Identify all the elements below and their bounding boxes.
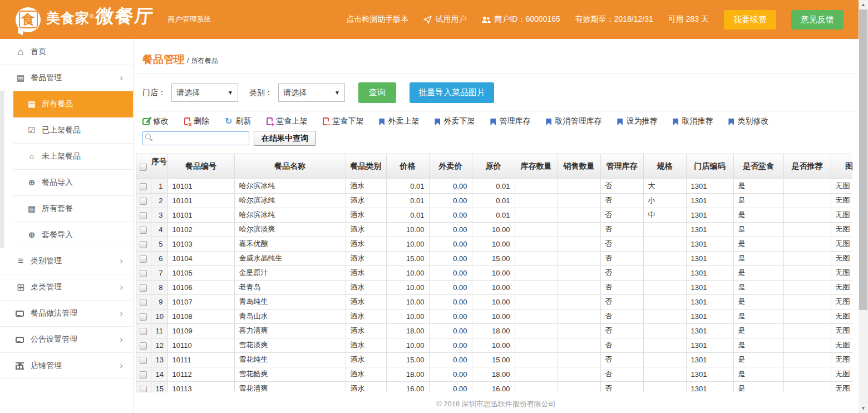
column-header-seq[interactable]: 序号 (151, 154, 167, 179)
table-row[interactable]: 710105金星原汁酒水10.000.0010.00否1301是无图 (136, 266, 852, 280)
sidebar-item-food-mgmt[interactable]: 餐品管理› (0, 65, 133, 91)
table-row[interactable]: 810106老青岛酒水10.000.0010.00否1301是无图 (136, 280, 852, 294)
select-all-checkbox[interactable] (140, 164, 147, 171)
toolbar-action-category-edit[interactable]: 类别修改 (728, 116, 768, 126)
toolbar-action-cancel-recommend[interactable]: 取消推荐 (673, 116, 713, 126)
table-row[interactable]: 1510113雪花清爽酒水16.000.0016.00否1301是无图 (136, 381, 852, 392)
column-header-food-code[interactable]: 餐品编号 (167, 154, 234, 179)
toolbar-action-takeout-on-shelf[interactable]: 外卖上架 (379, 116, 419, 126)
page-scrollbar[interactable]: ▲ ▼ (859, 0, 868, 413)
column-header-stock-qty[interactable]: 库存数量 (515, 154, 558, 179)
cell-image[interactable]: 无图 (831, 208, 852, 222)
column-header-price[interactable]: 价格 (386, 154, 429, 179)
column-header-dine-in[interactable]: 是否堂食 (733, 154, 783, 179)
table-row[interactable]: 110101哈尔滨冰纯酒水0.010.000.01否大1301是无图 (136, 179, 852, 193)
check-assistant-version-link[interactable]: 点击检测助手版本 (346, 14, 408, 24)
scroll-down-arrow[interactable]: ▼ (859, 404, 868, 413)
cell-image[interactable]: 无图 (831, 338, 852, 352)
category-select[interactable]: 请选择 ▼ (278, 83, 345, 102)
cell-image[interactable]: 无图 (831, 222, 852, 237)
row-checkbox[interactable] (140, 255, 147, 263)
column-header-manage-stock[interactable]: 管理库存 (600, 154, 643, 179)
feedback-button[interactable]: 意见反馈 (791, 10, 844, 30)
toolbar-action-cancel-manage-stock[interactable]: 取消管理库存 (546, 116, 601, 126)
sidebar-item-home[interactable]: 首页 (0, 39, 133, 65)
toolbar-action-edit[interactable]: 修改 (142, 116, 169, 126)
row-checkbox[interactable] (140, 357, 147, 364)
store-select[interactable]: 请选择 ▼ (171, 83, 238, 102)
cell-image[interactable]: 无图 (831, 294, 852, 309)
table-row[interactable]: 1410112雪花酷爽酒水18.000.0018.00否1301是无图 (136, 367, 852, 381)
toolbar-action-set-recommend[interactable]: 设为推荐 (617, 116, 657, 126)
row-checkbox[interactable] (140, 198, 147, 205)
column-header-image[interactable]: 图片 (831, 154, 852, 179)
column-header-sales-qty[interactable]: 销售数量 (558, 154, 600, 179)
column-header-food-category[interactable]: 餐品类别 (346, 154, 386, 179)
table-row[interactable]: 410102哈尔滨淡爽酒水10.000.0010.00否1301是无图 (136, 222, 852, 237)
table-row[interactable]: 310101哈尔滨冰纯酒水0.010.000.01否中1301是无图 (136, 208, 852, 222)
cell-image[interactable]: 无图 (831, 309, 852, 323)
table-row[interactable]: 610104金威水晶纯生酒水15.000.0015.00否1301是无图 (136, 251, 852, 266)
scroll-thumb[interactable] (859, 9, 867, 310)
sidebar-item-table-type-mgmt[interactable]: 桌类管理› (0, 274, 133, 301)
table-row[interactable]: 1210110雪花淡爽酒水10.000.0010.00否1301是无图 (136, 338, 852, 352)
column-header-takeout-price[interactable]: 外卖价 (429, 154, 472, 179)
sidebar-item-notice-mgmt[interactable]: 公告设置管理› (0, 327, 133, 353)
row-checkbox[interactable] (140, 227, 147, 234)
sidebar-item-food-import[interactable]: 餐品导入 (13, 170, 133, 196)
cell-image[interactable]: 无图 (831, 381, 852, 392)
table-row[interactable]: 1310111雪花纯生酒水15.000.0015.00否1301是无图 (136, 352, 852, 367)
batch-import-images-button[interactable]: 批量导入菜品图片 (410, 82, 494, 103)
row-checkbox[interactable] (140, 342, 147, 350)
renew-button[interactable]: 我要续费 (724, 10, 776, 30)
column-header-food-name[interactable]: 餐品名称 (234, 154, 346, 179)
cell-image[interactable]: 无图 (831, 179, 852, 193)
table-row[interactable]: 210101哈尔滨冰纯酒水0.010.000.01否小1301是无图 (136, 193, 852, 208)
toolbar-action-refresh[interactable]: 刷新 (225, 116, 251, 126)
cell-image[interactable]: 无图 (831, 193, 852, 208)
result-search-input[interactable] (142, 131, 249, 145)
sidebar-item-on-shelf-foods[interactable]: 已上架餐品 (13, 117, 133, 144)
row-checkbox[interactable] (140, 386, 147, 392)
sidebar-item-all-foods[interactable]: 所有餐品 (13, 91, 133, 117)
cell-image[interactable]: 无图 (831, 251, 852, 266)
sidebar-item-cooking-method-mgmt[interactable]: 餐品做法管理› (0, 301, 133, 327)
column-header-spec[interactable]: 规格 (643, 154, 686, 179)
scroll-up-arrow[interactable]: ▲ (859, 0, 868, 9)
cell-image[interactable]: 无图 (831, 367, 852, 381)
row-checkbox[interactable] (140, 241, 147, 248)
query-button[interactable]: 查询 (358, 82, 396, 103)
cell-image[interactable]: 无图 (831, 266, 852, 280)
toolbar-action-dine-in-on-shelf[interactable]: 堂食上架 (267, 116, 307, 126)
table-row[interactable]: 1010108青岛山水酒水10.000.0010.00否1301是无图 (136, 309, 852, 323)
cell-image[interactable]: 无图 (831, 280, 852, 294)
row-checkbox[interactable] (140, 284, 147, 292)
sidebar-item-all-combos[interactable]: 所有套餐 (13, 196, 133, 222)
search-in-results-button[interactable]: 在结果中查询 (254, 131, 316, 146)
sidebar-item-combo-import[interactable]: 套餐导入 (13, 222, 133, 248)
table-row[interactable]: 1110109喜力清爽酒水18.000.0018.00否1301是无图 (136, 323, 852, 338)
table-row[interactable]: 510103嘉禾优酿酒水10.000.0010.00否1301是无图 (136, 237, 852, 251)
toolbar-action-takeout-off-shelf[interactable]: 外卖下架 (435, 116, 475, 126)
cell-image[interactable]: 无图 (831, 352, 852, 367)
sidebar-item-category-mgmt[interactable]: 类别管理› (0, 248, 133, 274)
table-row[interactable]: 910107青岛纯生酒水10.000.0010.00否1301是无图 (136, 294, 852, 309)
row-checkbox[interactable] (140, 328, 147, 335)
sidebar-item-shop-mgmt[interactable]: 店铺管理› (0, 353, 133, 379)
cell-image[interactable]: 无图 (831, 237, 852, 251)
trial-user-item[interactable]: 试用用户 (423, 14, 466, 24)
row-checkbox[interactable] (140, 371, 147, 378)
row-checkbox[interactable] (140, 313, 147, 321)
column-header-original-price[interactable]: 原价 (472, 154, 515, 179)
toolbar-action-delete[interactable]: 删除 (184, 116, 209, 126)
toolbar-action-dine-in-off-shelf[interactable]: 堂食下架 (323, 116, 363, 126)
column-header-store-code[interactable]: 门店编码 (686, 154, 733, 179)
row-checkbox[interactable] (140, 183, 147, 190)
row-checkbox[interactable] (140, 299, 147, 306)
toolbar-action-manage-stock[interactable]: 管理库存 (490, 116, 530, 126)
sidebar-item-off-shelf-foods[interactable]: 未上架餐品 (13, 144, 133, 170)
cell-image[interactable]: 无图 (831, 323, 852, 338)
row-checkbox[interactable] (140, 212, 147, 219)
row-checkbox[interactable] (140, 270, 147, 277)
column-header-recommended[interactable]: 是否推荐 (783, 154, 831, 179)
